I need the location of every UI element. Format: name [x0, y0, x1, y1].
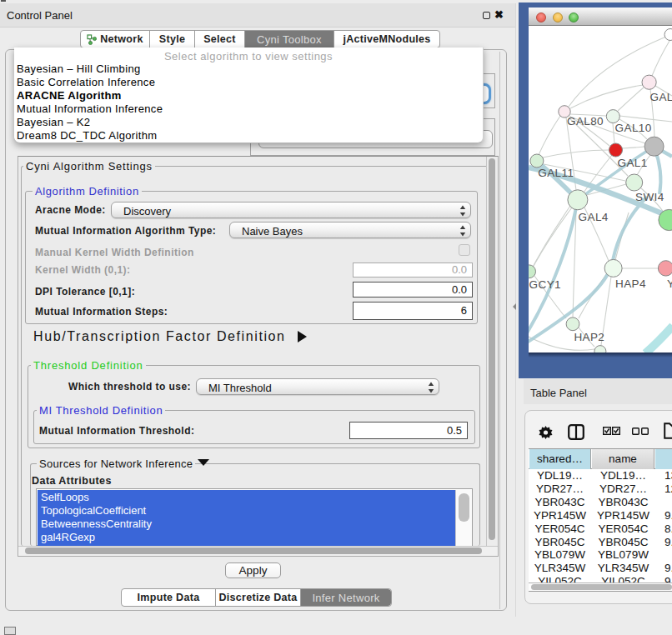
svg-text:GAL: GAL [650, 91, 672, 103]
svg-text:GCY1: GCY1 [529, 278, 561, 291]
svg-text:HAP4: HAP4 [615, 278, 646, 290]
svg-text:GAL1: GAL1 [618, 157, 648, 169]
svg-text:GAL80: GAL80 [567, 115, 604, 128]
svg-text:GAL10: GAL10 [615, 122, 652, 134]
svg-text:GAL4: GAL4 [579, 211, 609, 223]
svg-text:HAP2: HAP2 [574, 331, 604, 343]
svg-text:GAL11: GAL11 [538, 167, 574, 179]
svg-text:SWI4: SWI4 [635, 191, 664, 203]
svg-text:Y: Y [667, 278, 672, 290]
